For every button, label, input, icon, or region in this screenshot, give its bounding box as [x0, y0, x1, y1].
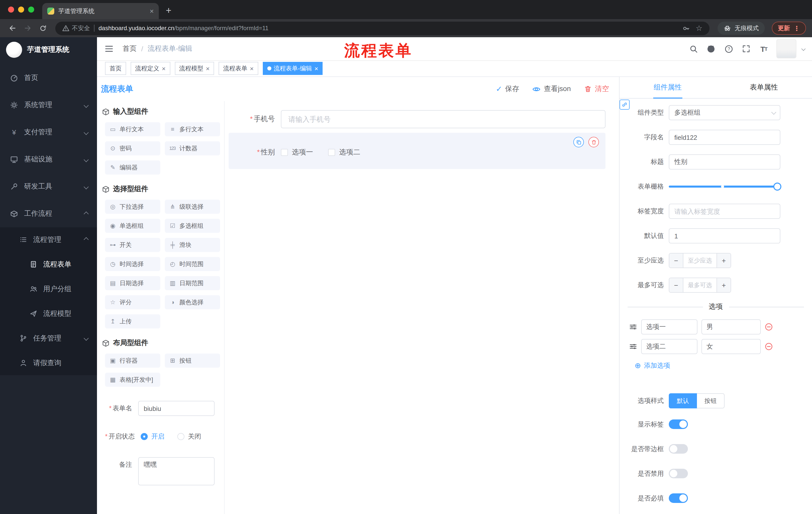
required-switch[interactable] — [669, 493, 688, 503]
tag-process-model[interactable]: 流程模型× — [175, 62, 214, 75]
palette-item-time-picker[interactable]: ◷时间选择 — [105, 257, 160, 271]
tag-close-icon[interactable]: × — [162, 65, 166, 72]
tag-process-definition[interactable]: 流程定义× — [130, 62, 170, 75]
palette-item-slider[interactable]: ╪滑块 — [165, 238, 220, 252]
tag-process-form-edit[interactable]: 流程表单-编辑× — [263, 62, 323, 75]
tab-form-props[interactable]: 表单属性 — [716, 77, 812, 98]
browser-menu-icon[interactable]: ⋮ — [793, 24, 800, 32]
sidebar-item-infrastructure[interactable]: 基础设施 — [0, 146, 97, 173]
search-icon[interactable] — [688, 44, 698, 54]
palette-item-row-container[interactable]: ▣行容器 — [105, 354, 160, 368]
browser-tab[interactable]: 芋道管理系统 × — [42, 3, 159, 19]
palette-item-editor[interactable]: ✎编辑器 — [105, 160, 160, 174]
sidebar-item-home[interactable]: 首页 — [0, 64, 97, 91]
avatar-caret-icon[interactable] — [802, 47, 806, 51]
gender-widget-selected[interactable]: *性别 选项一 选项二 — [229, 133, 606, 169]
palette-item-select[interactable]: ◎下拉选择 — [105, 200, 160, 214]
link-icon[interactable] — [619, 100, 630, 110]
phone-input[interactable] — [281, 110, 606, 128]
field-name-input[interactable] — [669, 130, 780, 145]
sidebar-item-workflow[interactable]: 工作流程 — [0, 200, 97, 227]
sidebar-item-process-management[interactable]: 流程管理 — [0, 227, 97, 252]
remove-option-button[interactable] — [765, 323, 773, 331]
palette-item-multi-line-text[interactable]: ≡多行文本 — [165, 122, 220, 136]
tag-home[interactable]: 首页 — [105, 62, 126, 75]
window-minimize-button[interactable] — [18, 6, 24, 12]
password-key-icon[interactable] — [682, 24, 690, 32]
github-icon[interactable] — [706, 44, 716, 54]
remove-option-button[interactable] — [765, 343, 773, 351]
slider-handle[interactable] — [773, 183, 781, 191]
tag-close-icon[interactable]: × — [206, 65, 209, 72]
option-value-input[interactable] — [701, 339, 761, 354]
palette-item-rate[interactable]: ☆评分 — [105, 295, 160, 309]
palette-item-switch[interactable]: ⊶开关 — [105, 238, 160, 252]
option-style-default-button[interactable]: 默认 — [669, 393, 697, 408]
remark-textarea[interactable]: 嘿嘿 — [138, 457, 214, 485]
option-style-button-button[interactable]: 按钮 — [697, 393, 725, 408]
palette-item-password[interactable]: ⊙密码 — [105, 141, 160, 155]
view-json-button[interactable]: 查看json — [532, 84, 571, 93]
security-warning[interactable]: 不安全 — [62, 24, 90, 32]
add-option-link[interactable]: ⊕ 添加选项 — [635, 361, 812, 370]
sidebar-item-dev-tools[interactable]: 研发工具 — [0, 173, 97, 200]
gender-field[interactable]: *性别 选项一 选项二 — [229, 148, 606, 157]
min-select-value[interactable]: 至少应选 — [684, 253, 717, 268]
form-canvas[interactable]: *手机号 *性别 — [225, 101, 619, 514]
palette-item-time-range[interactable]: ◴时间范围 — [165, 257, 220, 271]
decrease-button[interactable]: − — [669, 278, 684, 292]
tag-process-form[interactable]: 流程表单× — [219, 62, 258, 75]
tab-close-icon[interactable]: × — [150, 7, 154, 15]
forward-button[interactable] — [21, 22, 34, 35]
help-icon[interactable]: ? — [724, 44, 734, 54]
palette-item-color-picker[interactable]: ◑颜色选择 — [165, 295, 220, 309]
back-button[interactable] — [6, 22, 19, 35]
hamburger-icon[interactable] — [105, 44, 114, 53]
form-name-input[interactable] — [138, 401, 214, 416]
fullscreen-icon[interactable] — [741, 44, 751, 54]
breadcrumb-home[interactable]: 首页 — [123, 44, 137, 53]
new-tab-button[interactable]: + — [166, 5, 171, 16]
max-select-value[interactable]: 最多可选 — [684, 278, 717, 292]
component-type-select[interactable]: 多选框组 — [669, 105, 780, 120]
palette-item-cascader[interactable]: ⋔级联选择 — [165, 200, 220, 214]
sidebar-item-task-management[interactable]: 任务管理 — [0, 326, 97, 351]
palette-item-date-picker[interactable]: ▤日期选择 — [105, 276, 160, 290]
palette-item-button[interactable]: ⊞按钮 — [165, 354, 220, 368]
sidebar-item-system-management[interactable]: 系统管理 — [0, 91, 97, 119]
font-size-icon[interactable]: TT — [759, 44, 769, 54]
address-bar[interactable]: 不安全 dashboard.yudao.iocoder.cn/bpm/manag… — [55, 21, 709, 35]
bookmark-star-icon[interactable]: ☆ — [696, 24, 702, 33]
app-logo[interactable]: 芋道管理系统 — [0, 37, 97, 62]
update-button[interactable]: 更新 ⋮ — [772, 22, 806, 35]
palette-item-counter[interactable]: 123计数器 — [165, 141, 220, 155]
increase-button[interactable]: + — [717, 253, 731, 268]
palette-item-checkbox-group[interactable]: ☑多选框组 — [165, 219, 220, 233]
tag-close-icon[interactable]: × — [315, 65, 318, 72]
disabled-switch[interactable] — [669, 469, 688, 478]
clear-button[interactable]: 清空 — [584, 84, 609, 93]
save-button[interactable]: ✓保存 — [496, 84, 519, 93]
status-on-radio[interactable]: 开启 — [141, 432, 164, 441]
copy-widget-button[interactable] — [573, 137, 584, 147]
phone-field[interactable]: *手机号 — [229, 110, 606, 128]
drag-handle-icon[interactable] — [629, 323, 637, 331]
option-label-input[interactable] — [641, 319, 697, 334]
sidebar-item-payment-management[interactable]: ¥ 支付管理 — [0, 119, 97, 146]
reload-button[interactable] — [36, 22, 49, 35]
sidebar-item-leave-query[interactable]: 请假查询 — [0, 351, 97, 375]
sidebar-item-process-form[interactable]: 流程表单 — [0, 252, 97, 277]
sidebar-item-process-model[interactable]: 流程模型 — [0, 301, 97, 326]
window-zoom-button[interactable] — [28, 6, 34, 12]
palette-item-upload[interactable]: ↥上传 — [105, 314, 160, 328]
drag-handle-icon[interactable] — [629, 343, 637, 351]
tag-close-icon[interactable]: × — [250, 65, 254, 72]
increase-button[interactable]: + — [717, 278, 731, 292]
decrease-button[interactable]: − — [669, 253, 684, 268]
gender-option-checkbox-1[interactable]: 选项一 — [281, 148, 313, 157]
palette-item-date-range[interactable]: ▥日期范围 — [165, 276, 220, 290]
avatar[interactable] — [776, 39, 796, 58]
gender-option-checkbox-2[interactable]: 选项二 — [328, 148, 360, 157]
palette-item-table[interactable]: ▦表格[开发中] — [105, 373, 160, 387]
palette-item-radio-group[interactable]: ◉单选框组 — [105, 219, 160, 233]
